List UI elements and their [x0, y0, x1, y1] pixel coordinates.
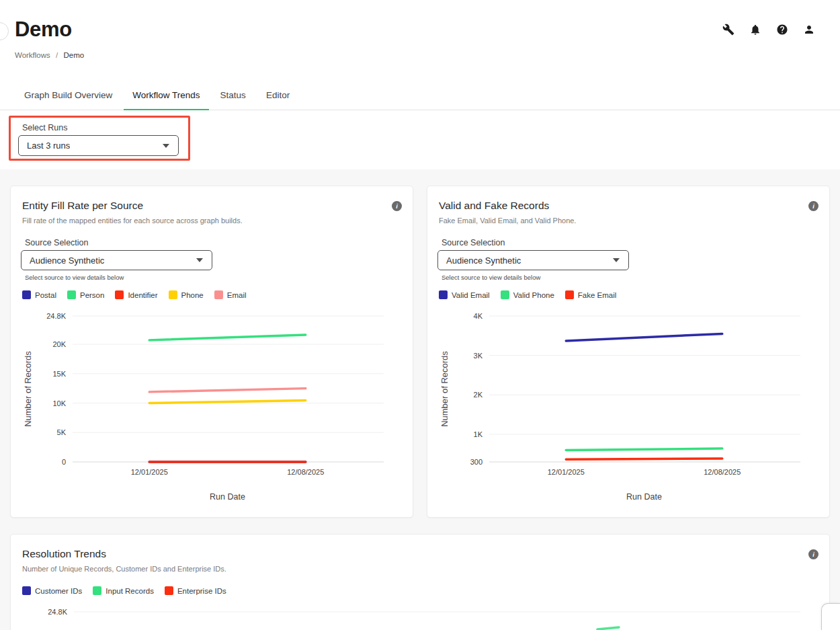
card-subtitle: Fake Email, Valid Email, and Valid Phone…: [439, 216, 576, 225]
card-title: Entity Fill Rate per Source: [22, 200, 143, 212]
legend-item[interactable]: Enterprise IDs: [165, 586, 226, 595]
header: Demo Workflows / Demo Graph Build Overvi…: [0, 0, 840, 169]
charts-row: Entity Fill Rate per Source i Fill rate …: [0, 169, 840, 518]
svg-text:20K: 20K: [52, 340, 66, 348]
page: Demo Workflows / Demo Graph Build Overvi…: [0, 0, 840, 630]
svg-text:24.8K: 24.8K: [46, 312, 66, 320]
breadcrumb-separator: /: [56, 51, 58, 59]
svg-text:10K: 10K: [52, 399, 66, 407]
card-title: Valid and Fake Records: [439, 200, 549, 212]
info-icon[interactable]: i: [808, 201, 818, 211]
bell-icon[interactable]: [749, 24, 761, 36]
legend-swatch-icon: [214, 290, 223, 299]
svg-text:2K: 2K: [474, 391, 483, 399]
legend-label: Input Records: [106, 587, 154, 595]
legend-item[interactable]: Customer IDs: [22, 586, 82, 595]
chart-legend: Valid EmailValid PhoneFake Email: [439, 290, 616, 299]
select-runs-label: Select Runs: [22, 123, 67, 132]
source-select-dropdown[interactable]: Audience Synthetic: [21, 250, 212, 270]
legend-swatch-icon: [165, 586, 173, 595]
valid-fake-records-chart: 4K3K2K1K30012/01/202512/08/2025Run DateN…: [427, 307, 831, 503]
floating-widget-corner[interactable]: [821, 603, 840, 630]
page-title: Demo: [15, 17, 72, 42]
breadcrumb-current: Demo: [63, 51, 84, 59]
legend-swatch-icon: [565, 290, 574, 299]
legend-swatch-icon: [22, 290, 31, 299]
main-content: Entity Fill Rate per Source i Fill rate …: [0, 169, 840, 630]
svg-text:4K: 4K: [474, 312, 483, 320]
svg-text:5K: 5K: [57, 428, 67, 436]
legend-label: Enterprise IDs: [177, 587, 226, 595]
legend-item[interactable]: Valid Phone: [501, 290, 554, 299]
breadcrumb: Workflows / Demo: [15, 51, 84, 59]
card-entity-fill-rate: Entity Fill Rate per Source i Fill rate …: [10, 186, 413, 518]
annotation-highlight: Select Runs Last 3 runs: [9, 116, 190, 161]
legend-item[interactable]: Phone: [169, 290, 204, 299]
legend-item[interactable]: Person: [67, 290, 104, 299]
breadcrumb-parent-link[interactable]: Workflows: [15, 51, 50, 59]
chevron-down-icon: [196, 258, 203, 262]
svg-text:15K: 15K: [52, 370, 66, 378]
select-runs-value: Last 3 runs: [27, 141, 70, 151]
resolution-trends-chart: 24.8K: [11, 602, 831, 630]
svg-text:Run Date: Run Date: [210, 492, 245, 502]
source-select-value: Audience Synthetic: [446, 255, 521, 266]
tab-status[interactable]: Status: [220, 83, 246, 110]
legend-label: Valid Phone: [513, 291, 554, 299]
legend-item[interactable]: Input Records: [93, 586, 154, 595]
svg-text:24.8K: 24.8K: [48, 608, 67, 616]
user-icon[interactable]: [803, 24, 815, 36]
svg-text:300: 300: [470, 458, 482, 466]
chart-legend: Customer IDsInput RecordsEnterprise IDs: [22, 586, 226, 595]
header-icon-bar: [722, 24, 815, 36]
chevron-down-icon: [613, 258, 620, 262]
legend-item[interactable]: Email: [214, 290, 247, 299]
card-resolution-trends: Resolution Trends i Number of Unique Rec…: [10, 534, 830, 630]
svg-text:12/01/2025: 12/01/2025: [131, 468, 168, 476]
tab-editor[interactable]: Editor: [266, 83, 290, 110]
legend-label: Phone: [181, 291, 204, 299]
legend-swatch-icon: [115, 290, 124, 299]
legend-item[interactable]: Valid Email: [439, 290, 490, 299]
legend-label: Identifier: [128, 291, 157, 299]
legend-item[interactable]: Fake Email: [565, 290, 617, 299]
svg-text:3K: 3K: [474, 352, 483, 360]
tab-graph-build-overview[interactable]: Graph Build Overview: [24, 83, 112, 110]
source-selection-label: Source Selection: [442, 238, 505, 247]
svg-text:Run Date: Run Date: [626, 492, 662, 502]
card-subtitle: Fill rate of the mapped entities for eac…: [22, 216, 243, 225]
info-icon[interactable]: i: [392, 201, 402, 211]
chart-legend: PostalPersonIdentifierPhoneEmail: [22, 290, 247, 299]
source-select-dropdown[interactable]: Audience Synthetic: [437, 250, 629, 270]
legend-swatch-icon: [67, 290, 76, 299]
legend-swatch-icon: [501, 290, 509, 299]
select-runs-dropdown[interactable]: Last 3 runs: [18, 135, 179, 156]
tab-workflow-trends[interactable]: Workflow Trends: [132, 83, 200, 110]
wrench-icon[interactable]: [722, 24, 734, 36]
tab-bar: Graph Build Overview Workflow Trends Sta…: [0, 83, 840, 110]
source-selection-label: Source Selection: [25, 238, 89, 247]
entity-fill-rate-chart: 24.8K20K15K10K5K012/01/202512/08/2025Run…: [11, 307, 414, 503]
legend-label: Customer IDs: [35, 587, 82, 595]
legend-swatch-icon: [93, 586, 101, 595]
source-helper-text: Select source to view details below: [442, 274, 540, 281]
svg-text:12/08/2025: 12/08/2025: [287, 468, 324, 476]
legend-item[interactable]: Postal: [22, 290, 56, 299]
card-subtitle: Number of Unique Records, Customer IDs a…: [22, 565, 226, 573]
svg-text:1K: 1K: [474, 430, 483, 438]
svg-text:0: 0: [62, 458, 66, 466]
legend-label: Postal: [35, 291, 56, 299]
legend-item[interactable]: Identifier: [115, 290, 157, 299]
svg-text:12/08/2025: 12/08/2025: [704, 468, 741, 476]
card-valid-fake-records: Valid and Fake Records i Fake Email, Val…: [427, 186, 830, 518]
svg-text:Number of Records: Number of Records: [439, 351, 450, 427]
svg-text:12/01/2025: 12/01/2025: [548, 468, 585, 476]
legend-label: Valid Email: [452, 291, 490, 299]
source-select-value: Audience Synthetic: [30, 255, 104, 266]
card-title: Resolution Trends: [22, 548, 106, 560]
legend-swatch-icon: [169, 290, 177, 299]
help-icon[interactable]: [776, 24, 788, 36]
legend-swatch-icon: [439, 290, 448, 299]
info-icon[interactable]: i: [808, 549, 818, 559]
chevron-down-icon: [163, 144, 169, 148]
